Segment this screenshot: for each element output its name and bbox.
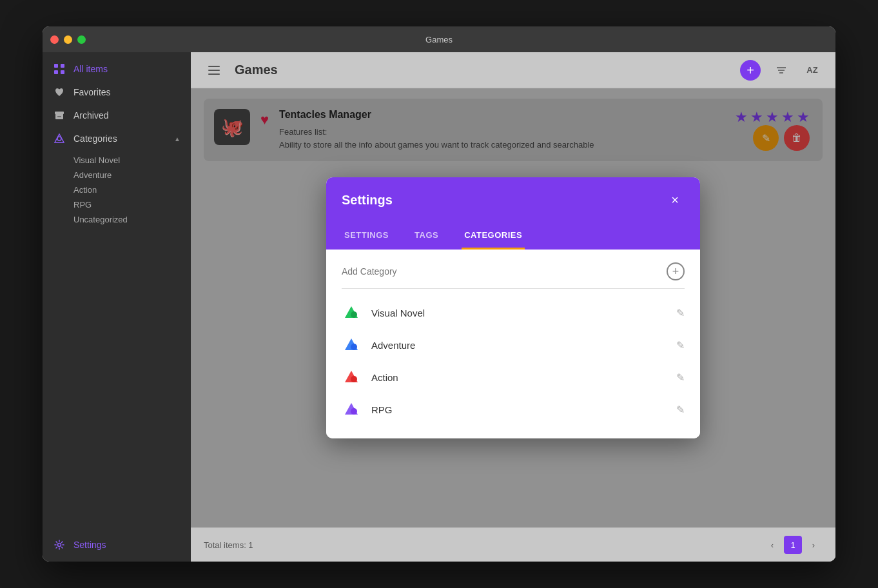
main-title: Games [235,63,730,77]
modal-header: Settings × [326,177,700,222]
sort-icon: AZ [806,65,817,75]
sort-button[interactable]: AZ [802,60,823,81]
tab-categories[interactable]: CATEGORIES [462,222,525,250]
svg-point-7 [57,137,61,141]
sidebar-item-categories[interactable]: Categories ▲ [43,127,191,150]
main-footer: Total items: 1 ‹ 1 › [191,527,835,562]
filter-button[interactable] [771,60,792,81]
add-button[interactable]: + [740,60,761,81]
svg-rect-2 [54,70,58,74]
modal-tabs: SETTINGS TAGS CATEGORIES [326,222,700,250]
settings-modal: Settings × SETTINGS TAGS [326,177,700,438]
plus-circle-icon: + [672,265,679,279]
main-toolbar: Games + AZ [191,52,835,88]
grid-icon [53,63,66,75]
close-icon: × [671,193,679,208]
add-category-row: + [342,262,685,289]
modal-close-button[interactable]: × [665,190,685,210]
visual-novel-icon [342,303,361,322]
content-area: All items Favorites [43,52,835,562]
app-window: Games All items [43,26,835,562]
svg-point-8 [58,544,61,547]
sidebar-sub-visual-novel[interactable]: Visual Novel [43,153,191,168]
edit-adventure-button[interactable]: ✎ [676,339,685,351]
svg-rect-3 [61,70,64,74]
svg-rect-4 [55,112,64,114]
adventure-icon [342,335,361,355]
category-row-rpg: RPG ✎ [342,393,685,426]
sidebar-sub-action[interactable]: Action [43,182,191,197]
modal-title: Settings [342,193,393,208]
svg-point-15 [351,344,357,350]
sidebar: All items Favorites [43,52,191,562]
category-label-rpg: RPG [371,404,666,415]
maximize-button[interactable] [77,35,86,44]
sidebar-label-archived: Archived [73,110,108,121]
plus-icon: + [746,64,754,77]
category-label-action: Action [371,372,666,383]
main-content: 🐙 ♥ Tentacles Manager Features list: Abi… [191,88,835,527]
filter-icon [776,64,787,76]
edit-action-button[interactable]: ✎ [676,371,685,384]
svg-marker-6 [55,134,64,142]
page-1-button[interactable]: 1 [784,536,802,554]
sidebar-item-favorites[interactable]: Favorites [43,81,191,104]
sidebar-label-settings: Settings [73,540,106,550]
hamburger-icon [208,66,220,75]
edit-visual-novel-button[interactable]: ✎ [676,307,685,319]
sidebar-item-all-items[interactable]: All items [43,57,191,81]
tab-tags[interactable]: TAGS [412,222,441,250]
svg-rect-0 [54,64,58,68]
window-title: Games [425,35,453,44]
categories-icon [53,132,66,145]
modal-overlay: Settings × SETTINGS TAGS [191,88,835,527]
category-label-adventure: Adventure [371,340,666,351]
categories-list: Visual Novel Adventure Action RPG Uncate… [43,153,191,227]
menu-button[interactable] [204,60,224,81]
sidebar-sub-rpg[interactable]: RPG [43,197,191,212]
svg-point-13 [351,311,357,318]
sidebar-sub-adventure[interactable]: Adventure [43,168,191,182]
main-area: Games + AZ 🐙 [191,52,835,562]
svg-point-19 [351,408,357,415]
sidebar-label-all-items: All items [73,64,108,74]
heart-icon [53,86,66,99]
settings-icon [53,538,66,551]
next-page-button[interactable]: › [805,536,823,554]
modal-body: + Visua [326,250,700,438]
sidebar-item-settings[interactable]: Settings [43,533,191,556]
action-icon [342,368,361,387]
titlebar: Games [43,26,835,52]
sidebar-sub-uncategorized[interactable]: Uncategorized [43,212,191,227]
category-row-action: Action ✎ [342,361,685,393]
sidebar-item-archived[interactable]: Archived [43,104,191,127]
add-category-input[interactable] [342,266,667,277]
svg-rect-1 [61,64,64,68]
chevron-up-icon: ▲ [174,135,180,142]
category-row-visual-novel: Visual Novel ✎ [342,297,685,329]
svg-rect-5 [57,116,61,117]
category-row-adventure: Adventure ✎ [342,329,685,361]
rpg-icon [342,400,361,419]
pagination: ‹ 1 › [763,536,823,554]
prev-page-button[interactable]: ‹ [763,536,781,554]
window-controls [50,35,86,44]
tab-settings[interactable]: SETTINGS [342,222,391,250]
category-label-visual-novel: Visual Novel [371,308,666,318]
sidebar-label-categories: Categories [73,133,117,144]
edit-rpg-button[interactable]: ✎ [676,404,685,416]
close-button[interactable] [50,35,59,44]
svg-point-17 [351,376,357,382]
archive-icon [53,109,66,122]
add-category-button[interactable]: + [667,262,685,280]
total-items: Total items: 1 [204,540,253,550]
minimize-button[interactable] [64,35,72,44]
sidebar-label-favorites: Favorites [73,87,111,97]
